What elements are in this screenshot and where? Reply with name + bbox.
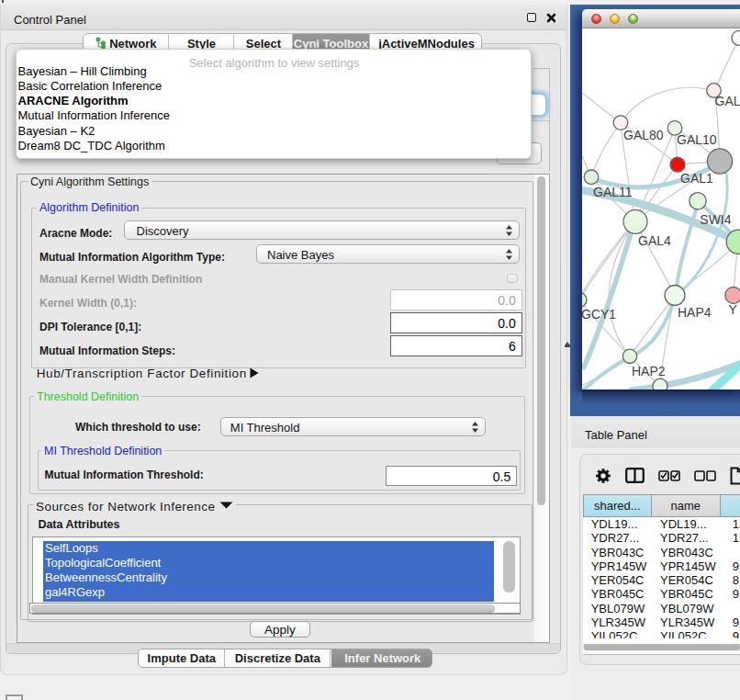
svg-text:GAL7: GAL7 — [715, 94, 740, 108]
svg-text:GAL11: GAL11 — [593, 186, 633, 200]
svg-text:HAP2: HAP2 — [632, 364, 666, 378]
svg-text:HAP4: HAP4 — [678, 306, 712, 321]
svg-text:GAL80: GAL80 — [623, 129, 664, 143]
svg-text:GAL10: GAL10 — [677, 132, 717, 147]
svg-text:GAL1: GAL1 — [680, 171, 713, 186]
svg-text:SWI4: SWI4 — [700, 212, 731, 227]
svg-text:GAL4: GAL4 — [638, 234, 671, 249]
svg-text:Y: Y — [729, 303, 738, 318]
svg-text:GCY1: GCY1 — [582, 307, 616, 322]
